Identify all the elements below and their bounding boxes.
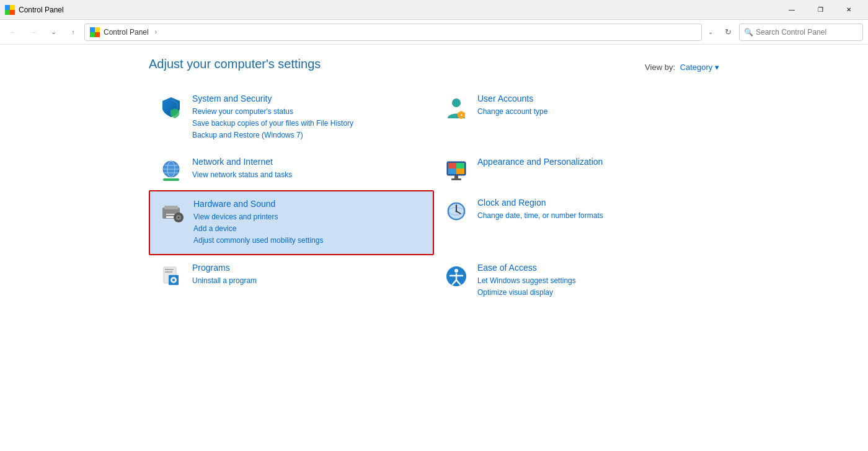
page-title: Adjust your computer's settings xyxy=(149,57,719,71)
svg-rect-38 xyxy=(165,271,172,273)
ease-of-access-icon xyxy=(444,264,469,289)
clock-region-content: Clock and Region Change date, time, or n… xyxy=(477,198,603,222)
ease-of-access-link-1[interactable]: Let Windows suggest settings xyxy=(477,275,576,287)
category-ease-of-access[interactable]: Ease of Access Let Windows suggest setti… xyxy=(434,255,719,306)
user-accounts-icon: ✦ xyxy=(444,95,469,120)
svg-point-30 xyxy=(178,216,180,218)
category-clock-region[interactable]: Clock and Region Change date, time, or n… xyxy=(434,190,719,256)
close-button[interactable]: ✕ xyxy=(835,0,863,20)
appearance-content: Appearance and Personalization xyxy=(477,157,603,169)
recent-pages-button[interactable]: ⌄ xyxy=(45,24,62,41)
view-by: View by: Category ▾ xyxy=(645,63,719,72)
address-dropdown-button[interactable]: ⌄ xyxy=(704,24,717,41)
system-security-icon xyxy=(159,95,184,120)
system-security-link-3[interactable]: Backup and Restore (Windows 7) xyxy=(192,129,353,141)
network-internet-title[interactable]: Network and Internet xyxy=(192,157,292,167)
address-separator: › xyxy=(155,28,157,35)
user-accounts-title[interactable]: User Accounts xyxy=(477,94,547,103)
system-security-link-2[interactable]: Save backup copies of your files with Fi… xyxy=(192,118,353,129)
svg-point-43 xyxy=(454,269,458,273)
programs-title[interactable]: Programs xyxy=(192,263,257,273)
svg-rect-4 xyxy=(90,27,95,32)
hardware-sound-link-3[interactable]: Adjust commonly used mobility settings xyxy=(193,235,323,247)
main-content: Adjust your computer's settings View by:… xyxy=(0,45,868,451)
svg-rect-20 xyxy=(448,169,456,174)
search-wrapper: 🔍 xyxy=(739,24,863,41)
svg-rect-15 xyxy=(163,178,179,181)
appearance-icon xyxy=(444,158,469,183)
svg-rect-18 xyxy=(448,163,456,169)
network-internet-icon xyxy=(159,158,184,183)
svg-rect-7 xyxy=(95,32,100,37)
category-hardware-sound[interactable]: Hardware and Sound View devices and prin… xyxy=(149,190,434,256)
title-bar-controls: — ❐ ✕ xyxy=(777,0,863,20)
system-security-content: System and Security Review your computer… xyxy=(192,94,353,142)
up-button[interactable]: ↑ xyxy=(64,24,82,41)
address-bar: ← → ⌄ ↑ Control Panel › ⌄ ↻ 🔍 xyxy=(0,20,868,45)
back-button[interactable]: ← xyxy=(5,24,22,41)
restore-button[interactable]: ❐ xyxy=(806,0,835,20)
system-security-link-1[interactable]: Review your computer's status xyxy=(192,106,353,118)
hardware-sound-icon xyxy=(160,200,185,225)
category-user-accounts[interactable]: ✦ User Accounts Change account type xyxy=(434,86,719,149)
categories-grid: System and Security Review your computer… xyxy=(149,86,719,307)
address-cp-icon xyxy=(90,27,100,37)
ease-of-access-content: Ease of Access Let Windows suggest setti… xyxy=(477,263,576,299)
network-internet-content: Network and Internet View network status… xyxy=(192,157,292,181)
clock-region-title[interactable]: Clock and Region xyxy=(477,198,603,208)
address-path: Control Panel xyxy=(104,28,149,37)
svg-rect-6 xyxy=(90,32,95,37)
svg-rect-19 xyxy=(456,163,464,169)
title-bar-left: Control Panel xyxy=(5,5,64,15)
title-bar: Control Panel — ❐ ✕ xyxy=(0,0,868,20)
refresh-button[interactable]: ↻ xyxy=(719,24,737,41)
svg-rect-2 xyxy=(5,10,10,15)
svg-point-8 xyxy=(452,99,461,107)
hardware-sound-content: Hardware and Sound View devices and prin… xyxy=(193,199,323,247)
category-programs[interactable]: Programs Uninstall a program xyxy=(149,255,434,306)
hardware-sound-link-1[interactable]: View devices and printers xyxy=(193,211,323,223)
svg-rect-1 xyxy=(10,5,15,10)
svg-rect-37 xyxy=(165,269,174,270)
user-accounts-link-1[interactable]: Change account type xyxy=(477,106,547,118)
clock-region-link-1[interactable]: Change date, time, or number formats xyxy=(477,210,603,222)
svg-rect-27 xyxy=(166,216,174,218)
svg-point-41 xyxy=(172,279,175,281)
system-security-title[interactable]: System and Security xyxy=(192,94,353,103)
svg-rect-23 xyxy=(451,178,461,180)
svg-text:✦: ✦ xyxy=(460,113,463,117)
svg-rect-5 xyxy=(95,27,100,32)
view-by-dropdown[interactable]: Category ▾ xyxy=(680,63,719,72)
minimize-button[interactable]: — xyxy=(777,0,806,20)
hardware-sound-link-2[interactable]: Add a device xyxy=(193,223,323,235)
category-appearance[interactable]: Appearance and Personalization xyxy=(434,149,719,190)
appearance-title[interactable]: Appearance and Personalization xyxy=(477,157,603,167)
hardware-sound-title[interactable]: Hardware and Sound xyxy=(193,199,323,209)
window-title: Control Panel xyxy=(19,6,64,14)
svg-rect-3 xyxy=(10,10,15,15)
forward-button[interactable]: → xyxy=(25,24,42,41)
ease-of-access-link-2[interactable]: Optimize visual display xyxy=(477,287,576,299)
view-by-label: View by: xyxy=(645,63,675,72)
clock-region-icon xyxy=(444,199,469,224)
svg-point-35 xyxy=(456,210,458,212)
address-field[interactable]: Control Panel › xyxy=(84,24,702,41)
category-network-internet[interactable]: Network and Internet View network status… xyxy=(149,149,434,190)
search-input[interactable] xyxy=(739,24,863,41)
programs-link-1[interactable]: Uninstall a program xyxy=(192,275,257,287)
svg-rect-0 xyxy=(5,5,10,10)
programs-content: Programs Uninstall a program xyxy=(192,263,257,287)
svg-rect-22 xyxy=(454,175,458,178)
category-system-security[interactable]: System and Security Review your computer… xyxy=(149,86,434,149)
user-accounts-content: User Accounts Change account type xyxy=(477,94,547,118)
programs-icon xyxy=(159,264,184,289)
app-icon xyxy=(5,5,15,15)
ease-of-access-title[interactable]: Ease of Access xyxy=(477,263,576,273)
svg-rect-25 xyxy=(164,206,178,209)
svg-rect-21 xyxy=(456,169,464,174)
network-internet-link-1[interactable]: View network status and tasks xyxy=(192,169,292,181)
